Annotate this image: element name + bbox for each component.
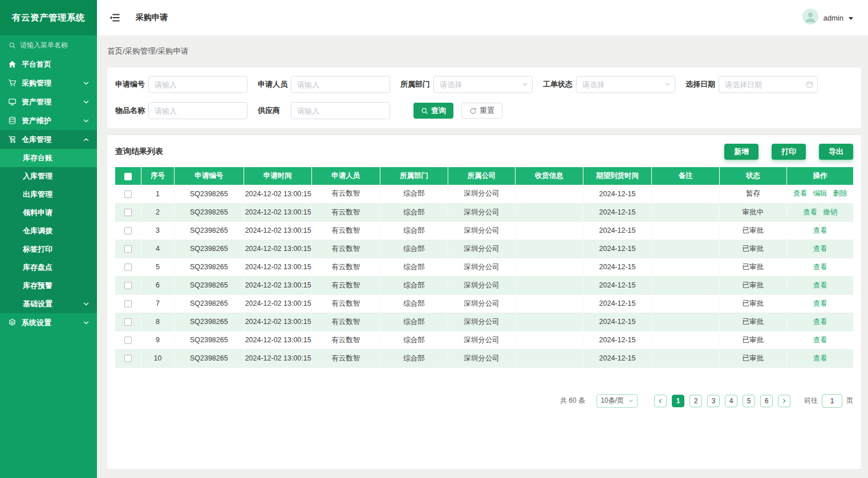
edit-link[interactable]: 编辑 <box>813 189 827 197</box>
gear-icon <box>8 318 17 327</box>
date-picker[interactable] <box>719 76 818 93</box>
row-checkbox-cell <box>115 276 141 294</box>
select-input[interactable] <box>433 76 533 93</box>
sidebar-item-label: 基础设置 <box>23 299 83 309</box>
sidebar-item-stock-check[interactable]: 库存盘点 <box>0 258 97 277</box>
order-status-select[interactable] <box>576 76 675 93</box>
row-checkbox[interactable] <box>124 337 132 344</box>
revoke-link[interactable]: 撤销 <box>823 208 837 216</box>
date-input[interactable] <box>719 76 818 93</box>
sidebar-item-asset-mgmt[interactable]: 资产管理 <box>0 92 97 111</box>
filter-label: 物品名称 <box>115 106 148 116</box>
view-link[interactable]: 查看 <box>813 226 827 234</box>
text-input[interactable] <box>291 76 390 93</box>
sidebar-item-warehouse-mgmt[interactable]: 仓库管理 <box>0 130 97 149</box>
apply-no-input[interactable] <box>148 76 248 93</box>
column-header: 申请时间 <box>244 167 311 185</box>
sidebar-item-label: 库存盘点 <box>23 262 90 273</box>
sidebar-item-label-print[interactable]: 标签打印 <box>0 240 97 258</box>
delivery-info <box>515 276 583 294</box>
row-actions: 查看 <box>786 294 853 313</box>
page-button-4[interactable]: 4 <box>725 395 737 407</box>
next-page-button[interactable] <box>778 395 790 407</box>
menu-search[interactable]: 请输入菜单名称 <box>0 35 97 55</box>
text-input[interactable] <box>148 76 248 93</box>
view-link[interactable]: 查看 <box>803 208 817 216</box>
column-header: 状态 <box>720 167 787 185</box>
department: 综合部 <box>380 294 448 313</box>
table-row: 2SQ23982652024-12-02 13:00:15有云数智综合部深圳分公… <box>115 203 853 221</box>
print-button[interactable]: 打印 <box>772 144 806 160</box>
sidebar-item-purchase-mgmt[interactable]: 采购管理 <box>0 74 97 92</box>
chevron-down-icon <box>83 80 90 87</box>
page-size-value: 10条/页 <box>601 396 624 406</box>
sidebar-item-outbound-mgmt[interactable]: 出库管理 <box>0 185 97 204</box>
sidebar-item-stock-ledger[interactable]: 库存台账 <box>0 149 97 167</box>
sidebar-item-inbound-mgmt[interactable]: 入库管理 <box>0 167 97 185</box>
sidebar-item-warehouse-transfer[interactable]: 仓库调拨 <box>0 222 97 240</box>
page-button-3[interactable]: 3 <box>707 395 720 407</box>
prev-page-button[interactable] <box>654 395 667 407</box>
goto-page-input[interactable] <box>822 394 842 408</box>
applicant-input[interactable] <box>291 76 390 93</box>
search-icon <box>9 42 16 49</box>
row-checkbox[interactable] <box>124 227 132 234</box>
page-button-5[interactable]: 5 <box>743 395 755 407</box>
status-text: 已审批 <box>720 294 787 313</box>
row-checkbox[interactable] <box>124 318 132 326</box>
view-link[interactable]: 查看 <box>813 336 827 344</box>
view-link[interactable]: 查看 <box>813 318 827 326</box>
row-checkbox-cell <box>115 258 141 276</box>
department-select[interactable] <box>433 76 533 93</box>
page-button-2[interactable]: 2 <box>689 395 702 407</box>
page-button-1[interactable]: 1 <box>672 395 684 407</box>
sidebar-item-asset-maintain[interactable]: 资产维护 <box>0 111 97 130</box>
remark <box>652 276 720 294</box>
item-name-input[interactable] <box>148 102 248 119</box>
apply-code: SQ2398265 <box>175 258 244 276</box>
view-link[interactable]: 查看 <box>813 354 827 362</box>
row-checkbox[interactable] <box>124 282 132 289</box>
view-link[interactable]: 查看 <box>813 299 827 307</box>
row-checkbox[interactable] <box>124 191 132 198</box>
apply-code: SQ2398265 <box>175 185 244 203</box>
delete-link[interactable]: 删除 <box>833 189 847 197</box>
search-button[interactable]: 查询 <box>413 103 453 119</box>
view-link[interactable]: 查看 <box>813 245 827 253</box>
sidebar-item-basic-settings[interactable]: 基础设置 <box>0 295 97 313</box>
filter-label: 所属部门 <box>400 79 433 90</box>
view-link[interactable]: 查看 <box>813 263 827 271</box>
expected-date: 2024-12-15 <box>583 349 651 367</box>
apply-code: SQ2398265 <box>175 221 244 240</box>
row-checkbox[interactable] <box>124 209 132 216</box>
select-all-checkbox[interactable] <box>124 173 132 180</box>
sidebar-item-stock-warning[interactable]: 库存预警 <box>0 277 97 295</box>
text-input[interactable] <box>291 102 390 119</box>
select-input[interactable] <box>576 76 675 93</box>
reset-button[interactable]: 重置 <box>461 103 502 119</box>
row-checkbox[interactable] <box>124 300 132 307</box>
export-button[interactable]: 导出 <box>819 144 853 160</box>
add-button[interactable]: 新增 <box>724 144 759 160</box>
apply-time: 2024-12-02 13:00:15 <box>244 203 311 221</box>
supplier-input[interactable] <box>291 102 390 119</box>
user-menu[interactable]: admin <box>802 9 853 27</box>
column-header: 收货信息 <box>515 167 583 185</box>
sidebar-item-label: 入库管理 <box>23 171 90 181</box>
row-checkbox[interactable] <box>124 264 132 271</box>
text-input[interactable] <box>148 102 248 119</box>
row-checkbox[interactable] <box>124 245 132 253</box>
sidebar-item-system-settings[interactable]: 系统设置 <box>0 313 97 332</box>
view-link[interactable]: 查看 <box>793 189 807 197</box>
main-area: 采购申请 admin 首页/采购管理/采购申请 申请编号 <box>97 0 868 478</box>
sidebar-item-platform-home[interactable]: 平台首页 <box>0 55 97 74</box>
filter-supplier: 供应商 <box>258 102 390 119</box>
menu-fold-icon[interactable] <box>108 11 121 24</box>
expected-date: 2024-12-15 <box>583 240 651 258</box>
row-checkbox[interactable] <box>124 355 132 362</box>
filter-label: 工单状态 <box>543 79 576 90</box>
page-size-select[interactable]: 10条/页 <box>597 394 638 408</box>
page-button-6[interactable]: 6 <box>760 395 773 407</box>
view-link[interactable]: 查看 <box>813 281 827 289</box>
sidebar-item-material-request[interactable]: 领料申请 <box>0 204 97 222</box>
